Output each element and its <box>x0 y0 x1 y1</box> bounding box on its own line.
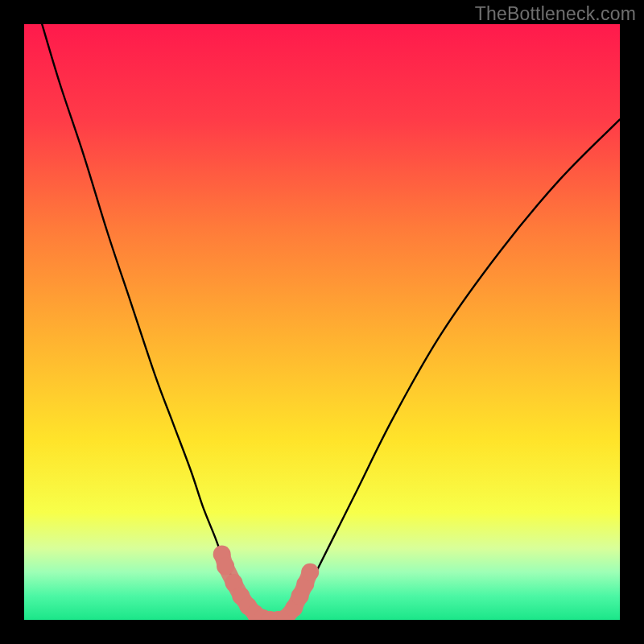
data-markers <box>213 546 320 620</box>
marker-dot <box>301 564 319 581</box>
plot-area <box>24 24 620 620</box>
curve-right-branch <box>287 119 620 620</box>
chart-overlay <box>24 24 620 620</box>
curve-left-branch <box>42 24 262 620</box>
marker-dot <box>217 557 234 575</box>
chart-frame: TheBottleneck.com <box>0 0 644 644</box>
attribution-label: TheBottleneck.com <box>475 3 636 25</box>
